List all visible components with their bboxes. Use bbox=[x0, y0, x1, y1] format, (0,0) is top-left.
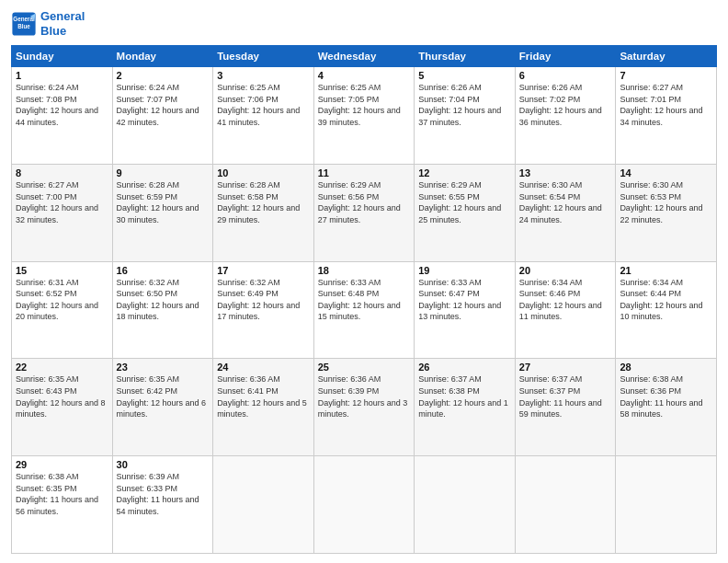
day-number: 17 bbox=[217, 265, 310, 276]
day-info: Sunrise: 6:30 AMSunset: 6:54 PMDaylight:… bbox=[519, 179, 612, 225]
day-cell: 22 Sunrise: 6:35 AMSunset: 6:43 PMDaylig… bbox=[12, 359, 113, 456]
day-info: Sunrise: 6:38 AMSunset: 6:35 PMDaylight:… bbox=[16, 471, 108, 517]
day-info: Sunrise: 6:38 AMSunset: 6:36 PMDaylight:… bbox=[620, 373, 712, 419]
day-number: 5 bbox=[418, 70, 511, 81]
day-number: 14 bbox=[620, 167, 712, 178]
day-number: 27 bbox=[519, 362, 612, 373]
day-info: Sunrise: 6:24 AMSunset: 7:08 PMDaylight:… bbox=[16, 82, 108, 128]
day-cell bbox=[515, 456, 616, 554]
weekday-header-row: SundayMondayTuesdayWednesdayThursdayFrid… bbox=[12, 46, 717, 67]
day-info: Sunrise: 6:32 AMSunset: 6:49 PMDaylight:… bbox=[217, 277, 310, 323]
day-number: 22 bbox=[16, 362, 108, 373]
day-cell: 21 Sunrise: 6:34 AMSunset: 6:44 PMDaylig… bbox=[616, 261, 717, 359]
day-info: Sunrise: 6:27 AMSunset: 7:00 PMDaylight:… bbox=[16, 179, 108, 225]
day-info: Sunrise: 6:36 AMSunset: 6:39 PMDaylight:… bbox=[318, 373, 411, 419]
day-cell bbox=[313, 456, 415, 554]
calendar-table: SundayMondayTuesdayWednesdayThursdayFrid… bbox=[11, 45, 717, 554]
day-cell: 25 Sunrise: 6:36 AMSunset: 6:39 PMDaylig… bbox=[313, 359, 415, 456]
day-number: 25 bbox=[318, 362, 411, 373]
day-info: Sunrise: 6:28 AMSunset: 6:58 PMDaylight:… bbox=[217, 179, 310, 225]
day-cell: 23 Sunrise: 6:35 AMSunset: 6:42 PMDaylig… bbox=[112, 359, 213, 456]
day-info: Sunrise: 6:33 AMSunset: 6:47 PMDaylight:… bbox=[418, 277, 511, 323]
day-cell: 29 Sunrise: 6:38 AMSunset: 6:35 PMDaylig… bbox=[12, 456, 113, 554]
day-info: Sunrise: 6:35 AMSunset: 6:42 PMDaylight:… bbox=[117, 373, 210, 419]
day-cell: 14 Sunrise: 6:30 AMSunset: 6:53 PMDaylig… bbox=[616, 164, 717, 261]
day-info: Sunrise: 6:27 AMSunset: 7:01 PMDaylight:… bbox=[620, 82, 712, 128]
day-number: 18 bbox=[318, 265, 411, 276]
day-number: 19 bbox=[418, 265, 511, 276]
week-row-4: 22 Sunrise: 6:35 AMSunset: 6:43 PMDaylig… bbox=[12, 359, 717, 456]
day-cell: 9 Sunrise: 6:28 AMSunset: 6:59 PMDayligh… bbox=[112, 164, 213, 261]
day-number: 10 bbox=[217, 167, 310, 178]
day-number: 8 bbox=[16, 167, 108, 178]
day-number: 12 bbox=[418, 167, 511, 178]
logo: General Blue General Blue bbox=[11, 9, 85, 38]
day-info: Sunrise: 6:26 AMSunset: 7:02 PMDaylight:… bbox=[519, 82, 612, 128]
day-number: 7 bbox=[620, 70, 712, 81]
weekday-monday: Monday bbox=[112, 46, 213, 67]
week-row-1: 1 Sunrise: 6:24 AMSunset: 7:08 PMDayligh… bbox=[12, 67, 717, 165]
day-info: Sunrise: 6:30 AMSunset: 6:53 PMDaylight:… bbox=[620, 179, 712, 225]
day-cell: 17 Sunrise: 6:32 AMSunset: 6:49 PMDaylig… bbox=[213, 261, 314, 359]
day-cell: 28 Sunrise: 6:38 AMSunset: 6:36 PMDaylig… bbox=[616, 359, 717, 456]
week-row-3: 15 Sunrise: 6:31 AMSunset: 6:52 PMDaylig… bbox=[12, 261, 717, 359]
day-number: 16 bbox=[117, 265, 210, 276]
day-cell: 5 Sunrise: 6:26 AMSunset: 7:04 PMDayligh… bbox=[415, 67, 516, 165]
day-number: 24 bbox=[217, 362, 310, 373]
logo-text: General Blue bbox=[40, 9, 85, 38]
logo-icon: General Blue bbox=[11, 11, 37, 37]
weekday-thursday: Thursday bbox=[415, 46, 516, 67]
weekday-saturday: Saturday bbox=[616, 46, 717, 67]
day-number: 1 bbox=[16, 70, 108, 81]
day-info: Sunrise: 6:34 AMSunset: 6:44 PMDaylight:… bbox=[620, 277, 712, 323]
day-info: Sunrise: 6:36 AMSunset: 6:41 PMDaylight:… bbox=[217, 373, 310, 419]
day-info: Sunrise: 6:24 AMSunset: 7:07 PMDaylight:… bbox=[117, 82, 210, 128]
day-number: 26 bbox=[418, 362, 511, 373]
day-cell bbox=[616, 456, 717, 554]
logo-general: General bbox=[40, 9, 85, 23]
day-cell: 30 Sunrise: 6:39 AMSunset: 6:33 PMDaylig… bbox=[112, 456, 213, 554]
day-cell: 11 Sunrise: 6:29 AMSunset: 6:56 PMDaylig… bbox=[313, 164, 415, 261]
day-cell: 2 Sunrise: 6:24 AMSunset: 7:07 PMDayligh… bbox=[112, 67, 213, 165]
day-cell: 18 Sunrise: 6:33 AMSunset: 6:48 PMDaylig… bbox=[313, 261, 415, 359]
weekday-friday: Friday bbox=[515, 46, 616, 67]
day-info: Sunrise: 6:32 AMSunset: 6:50 PMDaylight:… bbox=[117, 277, 210, 323]
weekday-sunday: Sunday bbox=[12, 46, 113, 67]
day-number: 6 bbox=[519, 70, 612, 81]
day-info: Sunrise: 6:29 AMSunset: 6:55 PMDaylight:… bbox=[418, 179, 511, 225]
day-number: 23 bbox=[117, 362, 210, 373]
header: General Blue General Blue bbox=[11, 9, 717, 38]
weekday-wednesday: Wednesday bbox=[313, 46, 415, 67]
day-cell: 6 Sunrise: 6:26 AMSunset: 7:02 PMDayligh… bbox=[515, 67, 616, 165]
day-info: Sunrise: 6:25 AMSunset: 7:05 PMDaylight:… bbox=[318, 82, 411, 128]
day-cell: 16 Sunrise: 6:32 AMSunset: 6:50 PMDaylig… bbox=[112, 261, 213, 359]
week-row-5: 29 Sunrise: 6:38 AMSunset: 6:35 PMDaylig… bbox=[12, 456, 717, 554]
day-info: Sunrise: 6:34 AMSunset: 6:46 PMDaylight:… bbox=[519, 277, 612, 323]
day-cell: 13 Sunrise: 6:30 AMSunset: 6:54 PMDaylig… bbox=[515, 164, 616, 261]
day-cell: 7 Sunrise: 6:27 AMSunset: 7:01 PMDayligh… bbox=[616, 67, 717, 165]
day-cell: 15 Sunrise: 6:31 AMSunset: 6:52 PMDaylig… bbox=[12, 261, 113, 359]
day-cell: 26 Sunrise: 6:37 AMSunset: 6:38 PMDaylig… bbox=[415, 359, 516, 456]
day-number: 9 bbox=[117, 167, 210, 178]
day-number: 28 bbox=[620, 362, 712, 373]
day-cell: 12 Sunrise: 6:29 AMSunset: 6:55 PMDaylig… bbox=[415, 164, 516, 261]
day-number: 29 bbox=[16, 459, 108, 470]
day-cell: 10 Sunrise: 6:28 AMSunset: 6:58 PMDaylig… bbox=[213, 164, 314, 261]
page: General Blue General Blue SundayMondayTu… bbox=[0, 0, 728, 563]
day-info: Sunrise: 6:25 AMSunset: 7:06 PMDaylight:… bbox=[217, 82, 310, 128]
day-info: Sunrise: 6:28 AMSunset: 6:59 PMDaylight:… bbox=[117, 179, 210, 225]
weekday-tuesday: Tuesday bbox=[213, 46, 314, 67]
day-info: Sunrise: 6:31 AMSunset: 6:52 PMDaylight:… bbox=[16, 277, 108, 323]
day-info: Sunrise: 6:37 AMSunset: 6:37 PMDaylight:… bbox=[519, 373, 612, 419]
day-info: Sunrise: 6:29 AMSunset: 6:56 PMDaylight:… bbox=[318, 179, 411, 225]
day-info: Sunrise: 6:37 AMSunset: 6:38 PMDaylight:… bbox=[418, 373, 511, 419]
logo-blue: Blue bbox=[40, 24, 66, 38]
day-number: 2 bbox=[117, 70, 210, 81]
day-number: 11 bbox=[318, 167, 411, 178]
day-cell: 1 Sunrise: 6:24 AMSunset: 7:08 PMDayligh… bbox=[12, 67, 113, 165]
day-info: Sunrise: 6:35 AMSunset: 6:43 PMDaylight:… bbox=[16, 373, 108, 419]
day-info: Sunrise: 6:39 AMSunset: 6:33 PMDaylight:… bbox=[117, 471, 210, 517]
day-cell: 24 Sunrise: 6:36 AMSunset: 6:41 PMDaylig… bbox=[213, 359, 314, 456]
day-info: Sunrise: 6:26 AMSunset: 7:04 PMDaylight:… bbox=[418, 82, 511, 128]
day-cell: 20 Sunrise: 6:34 AMSunset: 6:46 PMDaylig… bbox=[515, 261, 616, 359]
